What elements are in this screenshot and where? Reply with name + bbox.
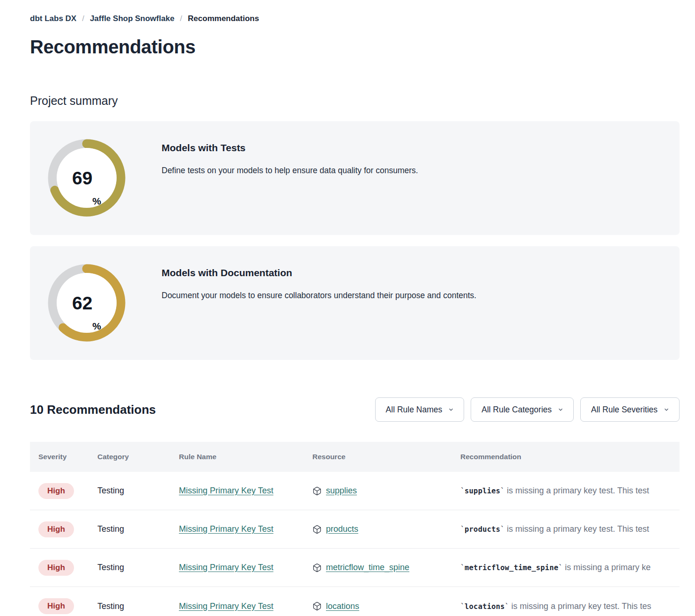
severity-badge: High [38,521,74,537]
breadcrumb-item-account[interactable]: dbt Labs DX [30,14,76,23]
category-cell: Testing [97,601,179,611]
column-header-category: Category [97,453,179,461]
backtick: ` [558,564,562,572]
recommendation-cell: `supplies` is missing a primary key test… [460,486,680,496]
resource-link[interactable]: supplies [326,486,357,496]
recommendations-header: 10 Recommendations All Rule Names All Ru… [30,397,680,422]
category-cell: Testing [97,486,179,496]
severity-badge: High [38,483,74,499]
table-row: High Testing Missing Primary Key Test lo… [30,587,680,616]
breadcrumb: dbt Labs DX / Jaffle Shop Snowflake / Re… [30,14,695,23]
project-summary-heading: Project summary [30,94,695,108]
model-box-icon [312,486,322,496]
breadcrumb-separator: / [180,14,182,23]
page-title: Recommendations [30,37,695,58]
resource-link[interactable]: products [326,524,358,534]
model-box-icon [312,601,322,611]
backtick: ` [500,487,504,495]
backtick: ` [460,525,465,534]
donut-percent-sign: % [92,196,101,207]
column-header-severity: Severity [38,453,97,461]
rule-name-link[interactable]: Missing Primary Key Test [179,601,274,611]
recommendation-text: is missing a primary key test. This test [504,524,649,534]
rule-name-link[interactable]: Missing Primary Key Test [179,486,274,495]
filter-rule-categories[interactable]: All Rule Categories [471,397,574,422]
filter-rule-categories-label: All Rule Categories [481,405,552,415]
recommendation-text: is missing a primary key test. This test [504,486,649,495]
recommendation-cell: `metricflow_time_spine` is missing a pri… [460,563,680,572]
chevron-down-icon [663,406,670,413]
summary-card-tests: 69 % Models with Tests Define tests on y… [30,121,680,235]
card-title-tests: Models with Tests [162,142,418,154]
backtick: ` [460,564,465,572]
card-title-documentation: Models with Documentation [162,267,476,279]
summary-card-documentation: 62 % Models with Documentation Document … [30,246,680,360]
resource-link[interactable]: locations [326,601,359,611]
column-header-resource: Resource [312,453,460,461]
donut-percent-sign: % [92,321,101,332]
table-row: High Testing Missing Primary Key Test me… [30,549,680,587]
backtick: ` [500,525,504,534]
recommendation-code: metricflow_time_spine [465,564,558,572]
donut-chart-documentation: 62 % [48,264,126,342]
recommendation-code: locations [465,602,505,611]
rule-name-link[interactable]: Missing Primary Key Test [179,563,274,572]
page: dbt Labs DX / Jaffle Shop Snowflake / Re… [0,0,695,616]
recommendation-cell: `locations` is missing a primary key tes… [460,601,680,611]
model-box-icon [312,563,322,572]
severity-badge: High [38,560,74,576]
chevron-down-icon [448,406,454,413]
model-box-icon [312,525,322,534]
rule-name-link[interactable]: Missing Primary Key Test [179,524,274,534]
backtick: ` [505,602,509,611]
table-row: High Testing Missing Primary Key Test pr… [30,510,680,549]
filter-rule-names[interactable]: All Rule Names [375,397,465,422]
backtick: ` [460,487,465,495]
category-cell: Testing [97,524,179,534]
card-body: Models with Tests Define tests on your m… [162,139,418,176]
resource-link[interactable]: metricflow_time_spine [326,563,409,572]
recommendation-cell: `products` is missing a primary key test… [460,524,680,534]
recommendation-text: is missing a primary ke [562,563,651,572]
breadcrumb-item-current: Recommendations [188,14,259,23]
filter-rule-severities[interactable]: All Rule Severities [580,397,680,422]
donut-percent-value: 62 [72,294,92,312]
recommendation-code: products [465,525,500,534]
recommendation-text: is missing a primary key test. This tes [509,601,651,611]
card-description-documentation: Document your models to ensure collabora… [162,291,476,301]
card-body: Models with Documentation Document your … [162,264,476,301]
column-header-rule-name: Rule Name [179,453,312,461]
backtick: ` [460,602,465,611]
severity-badge: High [38,598,74,614]
chevron-down-icon [557,406,564,413]
filter-rule-severities-label: All Rule Severities [591,405,658,415]
donut-center: 69 % [57,148,117,208]
breadcrumb-separator: / [82,14,84,23]
table-row: High Testing Missing Primary Key Test su… [30,472,680,510]
filter-bar: All Rule Names All Rule Categories All R… [375,397,680,422]
column-header-recommendation: Recommendation [460,453,680,461]
recommendations-count-heading: 10 Recommendations [30,403,156,417]
category-cell: Testing [97,563,179,572]
filter-rule-names-label: All Rule Names [386,405,443,415]
donut-center: 62 % [57,273,117,333]
donut-percent-value: 69 [72,169,92,187]
recommendations-table: Severity Category Rule Name Resource Rec… [30,442,680,616]
breadcrumb-item-project[interactable]: Jaffle Shop Snowflake [90,14,174,23]
recommendation-code: supplies [465,487,500,495]
donut-chart-tests: 69 % [48,139,126,217]
card-description-tests: Define tests on your models to help ensu… [162,166,418,176]
table-header-row: Severity Category Rule Name Resource Rec… [30,442,680,472]
